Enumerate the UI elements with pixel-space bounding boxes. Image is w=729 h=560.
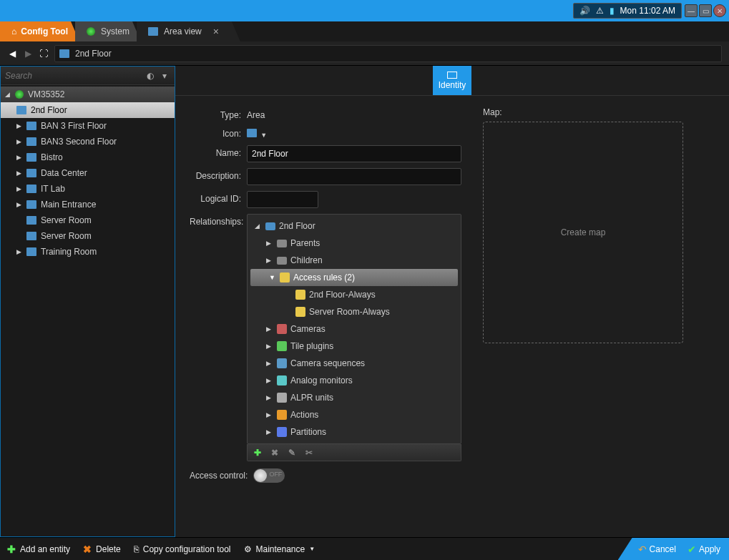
- rel-item[interactable]: ▶Camera sequences: [248, 355, 461, 372]
- description-label: Description:: [190, 168, 247, 181]
- refresh-icon[interactable]: ◐: [145, 70, 156, 82]
- copy-config-label: Copy configuration tool: [143, 544, 231, 554]
- expand-arrow-icon[interactable]: ▶: [266, 343, 273, 350]
- add-relationship-button[interactable]: ✚: [252, 447, 263, 458]
- relationships-tree[interactable]: ◢ 2nd Floor ▶Parents▶Children▼Access rul…: [247, 214, 461, 444]
- identity-icon: [447, 72, 457, 79]
- area-icon: [26, 122, 36, 130]
- cancel-button[interactable]: ↶ Cancel: [638, 544, 676, 555]
- rel-root[interactable]: ◢ 2nd Floor: [248, 217, 461, 235]
- copy-config-button[interactable]: ⎘ Copy configuration tool: [134, 544, 231, 554]
- seq-icon: [277, 358, 287, 368]
- icon-label: Icon:: [190, 126, 247, 139]
- nav-home-button[interactable]: ⛶: [39, 49, 49, 59]
- expand-arrow-icon[interactable]: ▶: [266, 377, 273, 384]
- relationships-label: Relationships:: [190, 214, 247, 227]
- sidebar-item[interactable]: 2nd Floor: [1, 102, 175, 118]
- maintenance-button[interactable]: ⚙ Maintenance ▼: [244, 544, 315, 554]
- expand-arrow-icon[interactable]: ◢: [5, 91, 12, 98]
- area-icon: [26, 232, 36, 240]
- rel-item[interactable]: ▶Tile plugins: [248, 338, 461, 355]
- expand-arrow-icon[interactable]: ▶: [266, 240, 273, 247]
- icon-picker[interactable]: ▼: [247, 126, 461, 139]
- sidebar-item[interactable]: ▶BAN 3 First Floor: [1, 118, 175, 134]
- expand-arrow-icon[interactable]: ◢: [255, 222, 262, 230]
- expand-arrow-icon[interactable]: ▶: [266, 394, 273, 401]
- name-input[interactable]: [247, 145, 461, 162]
- sidebar-item[interactable]: Server Room: [1, 212, 175, 228]
- toggle-knob: [254, 469, 267, 482]
- sidebar-item-label: Training Room: [41, 247, 97, 257]
- expand-arrow-icon[interactable]: ▶: [16, 138, 24, 145]
- rel-item[interactable]: ▶Children: [248, 252, 461, 269]
- edit-relationship-button[interactable]: ✎: [286, 447, 298, 458]
- rel-item[interactable]: ▶Cameras: [248, 320, 461, 338]
- rel-item-label: ALPR units: [290, 393, 333, 403]
- rel-item[interactable]: ▶Analog monitors: [248, 372, 461, 389]
- sidebar-item[interactable]: ▶BAN3 Second Floor: [1, 134, 175, 149]
- tab-identity[interactable]: Identity: [433, 66, 471, 95]
- warning-icon[interactable]: ⚠: [596, 6, 604, 16]
- description-input[interactable]: [247, 168, 461, 185]
- sidebar-item[interactable]: ▶Bistro: [1, 149, 175, 165]
- tab-system[interactable]: System: [75, 21, 141, 41]
- access-control-toggle[interactable]: OFF: [253, 468, 285, 483]
- rel-item[interactable]: ▼Access rules (2): [250, 269, 458, 286]
- maximize-button[interactable]: ▭: [699, 4, 712, 17]
- minimize-button[interactable]: —: [685, 4, 698, 17]
- link-relationship-button[interactable]: ✂: [303, 447, 315, 458]
- rel-item[interactable]: Server Room-Always: [248, 303, 461, 320]
- filter-icon[interactable]: ▾: [159, 70, 170, 82]
- expand-arrow-icon[interactable]: ▶: [16, 248, 24, 255]
- tree-root[interactable]: ◢ VM35352: [1, 87, 175, 102]
- tab-config-tool[interactable]: ⌂ Config Tool: [0, 21, 79, 41]
- add-entity-button[interactable]: ✚ Add an entity: [7, 544, 70, 555]
- rel-item[interactable]: ▶Partitions: [248, 423, 461, 441]
- expand-arrow-icon[interactable]: ▶: [16, 122, 24, 129]
- sidebar-item[interactable]: ▶IT Lab: [1, 181, 175, 197]
- close-tab-button[interactable]: ×: [213, 26, 219, 37]
- entity-tree[interactable]: ◢ VM35352 2nd Floor▶BAN 3 First Floor▶BA…: [1, 85, 175, 536]
- expand-arrow-icon[interactable]: ▶: [16, 201, 24, 208]
- search-bar: ◐ ▾: [1, 67, 175, 85]
- folder-icon: [277, 257, 287, 265]
- rel-item[interactable]: ▶ALPR units: [248, 389, 461, 406]
- sidebar-item[interactable]: Server Room: [1, 228, 175, 244]
- search-input[interactable]: [5, 71, 142, 81]
- sidebar-item[interactable]: ▶Data Center: [1, 165, 175, 181]
- rel-item[interactable]: ▶Actions: [248, 406, 461, 423]
- tab-area-view[interactable]: Area view ×: [137, 21, 240, 41]
- sidebar-item[interactable]: ▶Training Room: [1, 244, 175, 260]
- access-icon: [280, 272, 290, 283]
- chevron-down-icon: ▼: [260, 132, 267, 139]
- name-label: Name:: [190, 145, 247, 158]
- rel-item[interactable]: 2nd Floor-Always: [248, 286, 461, 303]
- expand-arrow-icon[interactable]: ▶: [16, 154, 24, 161]
- delete-button[interactable]: ✖ Delete: [83, 544, 121, 555]
- breadcrumb-text: 2nd Floor: [75, 49, 112, 59]
- expand-arrow-icon[interactable]: ▶: [266, 257, 273, 264]
- create-map-zone[interactable]: Create map: [483, 122, 683, 343]
- volume-icon[interactable]: 🔊: [579, 6, 590, 16]
- expand-arrow-icon[interactable]: ▶: [266, 428, 273, 436]
- battery-icon[interactable]: ▮: [610, 6, 615, 16]
- apply-button[interactable]: ✔ Apply: [688, 544, 720, 555]
- expand-arrow-icon[interactable]: ▶: [266, 411, 273, 418]
- expand-arrow-icon[interactable]: ▶: [16, 185, 24, 192]
- nav-forward-button[interactable]: ▶: [23, 49, 33, 59]
- expand-arrow-icon[interactable]: ▶: [266, 325, 273, 333]
- window-controls: — ▭ ✕: [685, 4, 726, 17]
- rel-item-label: Cameras: [290, 324, 326, 334]
- nav-back-button[interactable]: ◀: [7, 49, 17, 59]
- delete-relationship-button[interactable]: ✖: [269, 447, 280, 458]
- breadcrumb[interactable]: 2nd Floor: [54, 45, 722, 62]
- sidebar-item[interactable]: ▶Main Entrance: [1, 197, 175, 212]
- logical-id-input[interactable]: [247, 191, 318, 208]
- rel-item[interactable]: ▶Parents: [248, 235, 461, 252]
- expand-arrow-icon[interactable]: ▼: [269, 274, 276, 281]
- rule-icon: [295, 307, 305, 317]
- close-window-button[interactable]: ✕: [713, 4, 726, 17]
- area-icon: [26, 247, 36, 256]
- expand-arrow-icon[interactable]: ▶: [16, 170, 24, 177]
- expand-arrow-icon[interactable]: ▶: [266, 360, 273, 367]
